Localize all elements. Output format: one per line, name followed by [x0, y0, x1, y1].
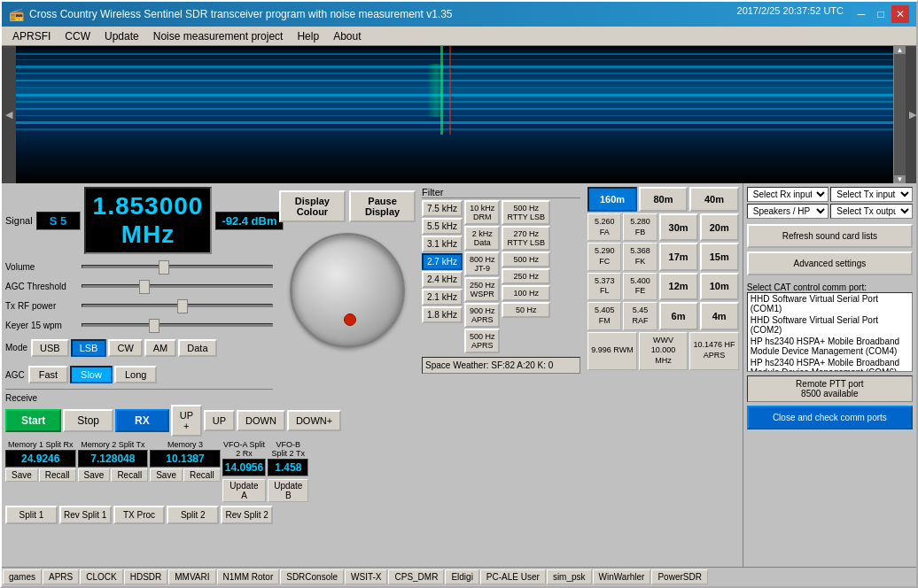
waterfall-vscroll[interactable]: ▲ ▼ [893, 46, 906, 183]
pause-display-button[interactable]: PauseDisplay [349, 190, 416, 222]
minimize-button[interactable]: ─ [852, 5, 870, 23]
freq-5290-fc[interactable]: 5.290FC [587, 243, 621, 270]
menu-update[interactable]: Update [97, 28, 146, 44]
filter-2k-data[interactable]: 2 kHzData [464, 226, 501, 251]
tx-proc-button[interactable]: TX Proc [113, 506, 166, 524]
filter-7k5[interactable]: 7.5 kHz [422, 200, 463, 217]
freq-9996-rwm[interactable]: 9.996 RWM [587, 332, 636, 370]
band-17m[interactable]: 17m [659, 243, 698, 270]
rx-button[interactable]: RX [115, 409, 169, 432]
rev-split-1-button[interactable]: Rev Split 1 [59, 506, 112, 524]
com-port-6[interactable]: HP hs2340 HSPA+ Mobile Broadband Module … [748, 357, 912, 372]
agc-slow[interactable]: Slow [70, 366, 113, 383]
update-a-button[interactable]: Update A [222, 479, 266, 502]
memory-1-recall[interactable]: Recall [39, 468, 76, 482]
taskbar-aprs[interactable]: APRS [43, 569, 79, 584]
filter-1k8[interactable]: 1.8 kHz [422, 306, 463, 323]
freq-5260-fa[interactable]: 5.260FA [587, 213, 621, 241]
filter-800hz-jt9[interactable]: 800 HzJT-9 [464, 251, 501, 276]
tx-output-select[interactable]: Select Tx output sound card [830, 204, 913, 219]
filter-2k7[interactable]: 2.7 kHz [422, 253, 463, 270]
advanced-settings-button[interactable]: Advanced settings [747, 251, 913, 275]
up-button[interactable]: UP [204, 410, 235, 431]
mode-usb[interactable]: USB [31, 339, 69, 357]
filter-900hz-aprs[interactable]: 900 HzAPRS [464, 303, 501, 328]
memory-3-recall[interactable]: Recall [183, 468, 221, 482]
memory-1-save[interactable]: Save [5, 468, 38, 482]
taskbar-cps-dmr[interactable]: CPS_DMR [388, 569, 444, 584]
filter-250hz[interactable]: 250 Hz [502, 268, 550, 284]
band-40m[interactable]: 40m [689, 187, 738, 212]
agc-long[interactable]: Long [114, 366, 157, 383]
menu-aprsfi[interactable]: APRSFI [5, 28, 58, 44]
waterfall-top[interactable]: ◀ ▶ ▲ ▼ [2, 46, 918, 183]
band-10m[interactable]: 10m [700, 273, 739, 300]
filter-250hz-wspr[interactable]: 250 HzWSPR [464, 277, 501, 302]
freq-5405-fm[interactable]: 5.405FM [587, 302, 621, 329]
waterfall-scroll-right[interactable]: ▶ [906, 46, 918, 183]
band-6m[interactable]: 6m [659, 302, 698, 329]
mode-cw[interactable]: CW [108, 339, 142, 357]
filter-5k5[interactable]: 5.5 kHz [422, 218, 463, 235]
tx-input-select[interactable]: Select Tx input sound card [830, 187, 913, 202]
com-port-2[interactable]: HHD Software Virtual Serial Port (COM2) [748, 314, 912, 336]
filter-100hz[interactable]: 100 Hz [502, 285, 550, 301]
volume-slider[interactable] [82, 265, 273, 268]
filter-500hz-rtty[interactable]: 500 HzRTTY LSB [502, 200, 550, 225]
menu-ccw[interactable]: CCW [58, 28, 97, 44]
filter-500hz[interactable]: 500 Hz [502, 251, 550, 267]
com-port-list[interactable]: HHD Software Virtual Serial Port (COM1) … [747, 292, 913, 372]
taskbar-clock[interactable]: CLOCK [80, 569, 122, 584]
filter-50hz[interactable]: 50 Hz [502, 302, 550, 318]
rx-output-select[interactable]: Speakers / HP (IDT High Definition A [747, 204, 829, 219]
band-12m[interactable]: 12m [659, 273, 698, 300]
band-20m[interactable]: 20m [700, 213, 739, 241]
com-port-1[interactable]: HHD Software Virtual Serial Port (COM1) [748, 293, 912, 314]
memory-2-save[interactable]: Save [78, 468, 111, 482]
menu-about[interactable]: About [326, 28, 368, 44]
waterfall-scroll-left[interactable]: ◀ [2, 46, 16, 183]
taskbar-sdrconsole[interactable]: SDRConsole [280, 569, 344, 584]
up-plus-button[interactable]: UP + [171, 405, 202, 437]
freq-5280-fb[interactable]: 5.280FB [623, 213, 657, 241]
refresh-sound-card-button[interactable]: Refresh sound card lists [747, 224, 913, 248]
display-colour-button[interactable]: DisplayColour [279, 190, 346, 222]
rev-split-2-button[interactable]: Rev Split 2 [221, 506, 273, 524]
taskbar-wsjtx[interactable]: WSIT-X [345, 569, 387, 584]
filter-3k1[interactable]: 3.1 kHz [422, 236, 463, 252]
taskbar-winwarhler[interactable]: WinWarhler [593, 569, 651, 584]
filter-2k1[interactable]: 2.1 kHz [422, 289, 463, 306]
band-80m[interactable]: 80m [639, 187, 688, 212]
mode-lsb[interactable]: LSB [71, 339, 107, 357]
com-port-4[interactable]: HP hs2340 HSPA+ Mobile Broadband Module … [748, 336, 912, 357]
close-comm-ports-button[interactable]: Close and check comm ports [747, 406, 913, 429]
band-30m[interactable]: 30m [659, 213, 698, 241]
filter-2k4[interactable]: 2.4 kHz [422, 271, 463, 288]
taskbar-hdsdr[interactable]: HDSDR [124, 569, 168, 584]
taskbar-powersdr[interactable]: PowerSDR [651, 569, 707, 584]
taskbar-n1mm[interactable]: N1MM Rotor [217, 569, 280, 584]
rx-input-select[interactable]: Select Rx input sound card [747, 187, 829, 202]
taskbar-sim-psk[interactable]: sim_psk [547, 569, 592, 584]
memory-2-recall[interactable]: Recall [111, 468, 148, 482]
split-1-button[interactable]: Split 1 [5, 506, 58, 524]
band-4m[interactable]: 4m [700, 302, 739, 329]
freq-5373-fl[interactable]: 5.373FL [587, 273, 621, 300]
freq-wwv-10[interactable]: WWV 10.000MHz [639, 332, 688, 370]
close-button[interactable]: ✕ [891, 5, 909, 23]
filter-270hz-rtty[interactable]: 270 HzRTTY LSB [502, 226, 550, 251]
band-15m[interactable]: 15m [700, 243, 739, 270]
filter-10k-drm[interactable]: 10 kHzDRM [464, 200, 501, 225]
tuning-dial[interactable] [290, 233, 405, 348]
mode-am[interactable]: AM [144, 339, 177, 357]
freq-10147-aprs[interactable]: 10.1476 HFAPRS [689, 332, 738, 370]
start-button[interactable]: Start [5, 409, 61, 432]
stop-button[interactable]: Stop [63, 409, 113, 432]
tx-rf-slider[interactable] [82, 304, 273, 307]
agc-fast[interactable]: Fast [28, 366, 68, 383]
maximize-button[interactable]: □ [872, 5, 890, 23]
taskbar-games[interactable]: games [3, 569, 42, 584]
menu-help[interactable]: Help [290, 28, 326, 44]
split-2-button[interactable]: Split 2 [167, 506, 219, 524]
taskbar-pc-ale[interactable]: PC-ALE User [480, 569, 546, 584]
